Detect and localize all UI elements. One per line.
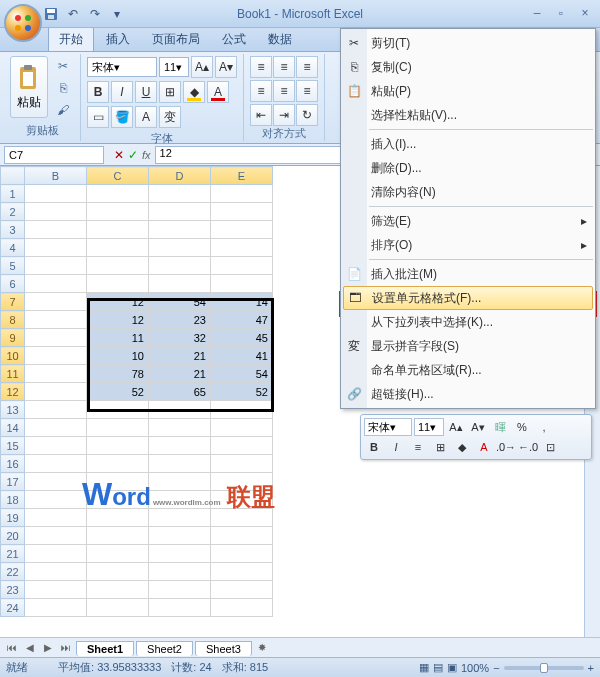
cell-B17[interactable]	[25, 473, 87, 491]
mini-fontcolor-button[interactable]: A	[474, 438, 494, 456]
font-name-select[interactable]: 宋体 ▾	[87, 57, 157, 77]
menu-item[interactable]: 清除内容(N)	[341, 180, 595, 204]
cell-E20[interactable]	[211, 527, 273, 545]
cell-B19[interactable]	[25, 509, 87, 527]
cell-B10[interactable]	[25, 347, 87, 365]
menu-item[interactable]: 从下拉列表中选择(K)...	[341, 310, 595, 334]
tab-layout[interactable]: 页面布局	[142, 27, 210, 51]
cell-E14[interactable]	[211, 419, 273, 437]
grow-font-button[interactable]: A▴	[191, 56, 213, 78]
cell-D23[interactable]	[149, 581, 211, 599]
col-header-B[interactable]: B	[25, 167, 87, 185]
cell-D21[interactable]	[149, 545, 211, 563]
font-color-button[interactable]: A	[207, 81, 229, 103]
cell-D14[interactable]	[149, 419, 211, 437]
cell-C15[interactable]	[87, 437, 149, 455]
redo-button[interactable]: ↷	[86, 5, 104, 23]
copy-button[interactable]: ⎘	[52, 78, 74, 98]
close-button[interactable]: ×	[574, 6, 596, 22]
border-button[interactable]: ⊞	[159, 81, 181, 103]
cell-D2[interactable]	[149, 203, 211, 221]
cell-D22[interactable]	[149, 563, 211, 581]
font-size-select[interactable]: 11 ▾	[159, 57, 189, 77]
align-right-button[interactable]: ≡	[296, 80, 318, 102]
cell-C1[interactable]	[87, 185, 149, 203]
cell-B6[interactable]	[25, 275, 87, 293]
cell-D3[interactable]	[149, 221, 211, 239]
cell-C10[interactable]: 10	[87, 347, 149, 365]
align-top-button[interactable]: ≡	[250, 56, 272, 78]
cell-B11[interactable]	[25, 365, 87, 383]
cell-D11[interactable]: 21	[149, 365, 211, 383]
mini-percent-button[interactable]: %	[512, 418, 532, 436]
select-all-corner[interactable]	[1, 167, 25, 185]
cell-D1[interactable]	[149, 185, 211, 203]
mini-inc-decimal[interactable]: .0→	[496, 438, 516, 456]
decrease-indent-button[interactable]: ⇤	[250, 104, 272, 126]
cell-E12[interactable]: 52	[211, 383, 273, 401]
menu-item[interactable]: 排序(O)▸	[341, 233, 595, 257]
cell-E16[interactable]	[211, 455, 273, 473]
cell-D13[interactable]	[149, 401, 211, 419]
name-box[interactable]: C7	[4, 146, 104, 164]
menu-item[interactable]: 変 显示拼音字段(S)	[341, 334, 595, 358]
cell-B2[interactable]	[25, 203, 87, 221]
sheet-tab-2[interactable]: Sheet2	[136, 641, 193, 656]
mini-align-button[interactable]: ≡	[408, 438, 428, 456]
row-header-17[interactable]: 17	[1, 473, 25, 491]
col-header-E[interactable]: E	[211, 167, 273, 185]
cell-B1[interactable]	[25, 185, 87, 203]
cell-B14[interactable]	[25, 419, 87, 437]
paste-button[interactable]: 粘贴	[10, 56, 48, 118]
cell-D16[interactable]	[149, 455, 211, 473]
cell-C12[interactable]: 52	[87, 383, 149, 401]
col-header-C[interactable]: C	[87, 167, 149, 185]
cell-E9[interactable]: 45	[211, 329, 273, 347]
mini-style-button[interactable]: 暉	[490, 418, 510, 436]
mini-shrink-font[interactable]: A▾	[468, 418, 488, 436]
mini-border-button[interactable]: ⊞	[430, 438, 450, 456]
row-header-11[interactable]: 11	[1, 365, 25, 383]
cell-D15[interactable]	[149, 437, 211, 455]
cell-B7[interactable]	[25, 293, 87, 311]
cell-B8[interactable]	[25, 311, 87, 329]
orientation-button[interactable]: ↻	[296, 104, 318, 126]
cell-E24[interactable]	[211, 599, 273, 617]
cell-E3[interactable]	[211, 221, 273, 239]
fx-icon[interactable]: fx	[142, 149, 151, 161]
menu-item[interactable]: 删除(D)...	[341, 156, 595, 180]
cell-E23[interactable]	[211, 581, 273, 599]
menu-item[interactable]: 命名单元格区域(R)...	[341, 358, 595, 382]
cell-E6[interactable]	[211, 275, 273, 293]
mini-comma-button[interactable]: ,	[534, 418, 554, 436]
menu-item[interactable]: 📄 插入批注(M)	[341, 262, 595, 286]
menu-item[interactable]: 筛选(E)▸	[341, 209, 595, 233]
row-header-9[interactable]: 9	[1, 329, 25, 347]
sheet-nav-first[interactable]: ⏮	[4, 642, 20, 653]
cell-E7[interactable]: 14	[211, 293, 273, 311]
menu-item[interactable]: 插入(I)...	[341, 132, 595, 156]
cut-button[interactable]: ✂	[52, 56, 74, 76]
cell-E15[interactable]	[211, 437, 273, 455]
row-header-2[interactable]: 2	[1, 203, 25, 221]
cell-D5[interactable]	[149, 257, 211, 275]
row-header-13[interactable]: 13	[1, 401, 25, 419]
row-header-18[interactable]: 18	[1, 491, 25, 509]
align-left-button[interactable]: ≡	[250, 80, 272, 102]
menu-item[interactable]: 选择性粘贴(V)...	[341, 103, 595, 127]
align-middle-button[interactable]: ≡	[273, 56, 295, 78]
cell-C14[interactable]	[87, 419, 149, 437]
row-header-14[interactable]: 14	[1, 419, 25, 437]
row-header-6[interactable]: 6	[1, 275, 25, 293]
row-header-22[interactable]: 22	[1, 563, 25, 581]
cell-C7[interactable]: 12	[87, 293, 149, 311]
tab-data[interactable]: 数据	[258, 27, 302, 51]
cell-C23[interactable]	[87, 581, 149, 599]
cell-B4[interactable]	[25, 239, 87, 257]
cell-C2[interactable]	[87, 203, 149, 221]
cell-B21[interactable]	[25, 545, 87, 563]
phonetic-button[interactable]: 变	[159, 106, 181, 128]
row-header-12[interactable]: 12	[1, 383, 25, 401]
cell-B23[interactable]	[25, 581, 87, 599]
mini-bold-button[interactable]: B	[364, 438, 384, 456]
